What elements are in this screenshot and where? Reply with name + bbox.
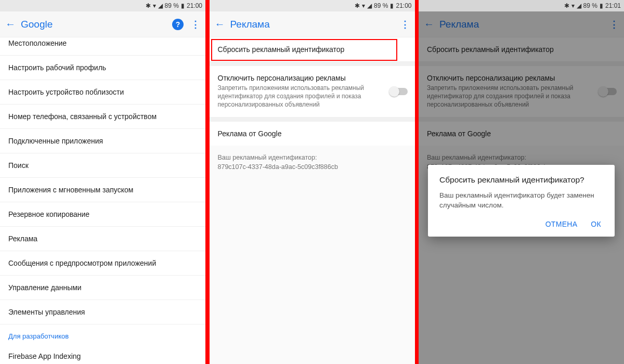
wifi-icon: ▾: [362, 2, 365, 9]
opt-out-item[interactable]: Отключить персонализацию рекламы Запрети…: [210, 66, 415, 118]
cancel-button[interactable]: ОТМЕНА: [545, 220, 578, 228]
wifi-icon: ▾: [571, 2, 575, 9]
ok-button[interactable]: ОК: [591, 220, 601, 228]
ads-settings-list: Сбросить рекламный идентификатор Отключи…: [210, 37, 415, 364]
battery-icon: ▮: [600, 2, 603, 9]
signal-icon: ◢: [367, 2, 372, 9]
ads-by-google-item[interactable]: Реклама от Google: [210, 122, 415, 146]
pane-ads-dialog: ✱ ▾ ◢ 89 % ▮ 21:01 ← Реклама ⋮ Сбросить …: [419, 0, 624, 364]
bluetooth-icon: ✱: [564, 2, 569, 9]
reset-ad-id-dialog: Сбросить рекламный идентификатор? Ваш ре…: [428, 165, 615, 237]
separator: [205, 0, 210, 364]
section-header-developers: Для разработчиков: [0, 324, 205, 344]
list-item[interactable]: Firebase App Indexing: [0, 344, 205, 364]
signal-icon: ◢: [577, 2, 581, 9]
list-item-ads[interactable]: Реклама: [0, 227, 205, 251]
clock: 21:01: [605, 2, 621, 9]
signal-icon: ◢: [158, 2, 163, 9]
back-button[interactable]: ←: [215, 18, 230, 30]
battery-icon: ▮: [390, 2, 394, 9]
app-bar: ← Google ? ⋮: [0, 11, 205, 37]
list-item[interactable]: Элементы управления: [0, 300, 205, 324]
list-item[interactable]: Управление данными: [0, 276, 205, 300]
ad-id-footer: Ваш рекламный идентификатор: 879c107c-43…: [210, 146, 415, 179]
help-icon[interactable]: ?: [172, 19, 184, 30]
list-item[interactable]: Местоположение: [0, 37, 205, 56]
overflow-menu-icon[interactable]: ⋮: [191, 19, 200, 30]
dialog-message: Ваш рекламный идентификатор будет замене…: [439, 191, 603, 211]
dialog-actions: ОТМЕНА ОК: [439, 220, 603, 231]
settings-list[interactable]: Местоположение Настроить рабочий профиль…: [0, 37, 205, 364]
list-item[interactable]: Подключенные приложения: [0, 129, 205, 153]
pane-ads-settings: ✱ ▾ ◢ 89 % ▮ 21:00 ← Реклама ⋮ Сбросить …: [210, 0, 415, 364]
bluetooth-icon: ✱: [355, 2, 360, 9]
back-button[interactable]: ←: [5, 18, 21, 30]
list-item[interactable]: Резервное копирование: [0, 202, 205, 227]
status-bar: ✱ ▾ ◢ 89 % ▮ 21:00: [0, 0, 205, 11]
clock: 21:00: [396, 2, 411, 9]
separator: [415, 0, 419, 364]
page-title: Google: [21, 19, 172, 30]
list-item[interactable]: Настроить устройство поблизости: [0, 80, 205, 105]
list-item[interactable]: Приложения с мгновенным запуском: [0, 178, 205, 202]
status-bar: ✱ ▾ ◢ 89 % ▮ 21:00: [210, 0, 415, 11]
battery-icon: ▮: [181, 2, 185, 9]
app-bar: ← Реклама ⋮: [210, 11, 415, 37]
bluetooth-icon: ✱: [146, 2, 151, 9]
list-item[interactable]: Поиск: [0, 153, 205, 178]
status-bar: ✱ ▾ ◢ 89 % ▮ 21:01: [419, 0, 624, 11]
ad-id-value: 879c107c-4337-48da-a9ac-5c09c3f886cb: [218, 162, 407, 172]
overflow-menu-icon[interactable]: ⋮: [400, 19, 410, 30]
dialog-title: Сбросить рекламный идентификатор?: [439, 175, 603, 185]
page-title: Реклама: [230, 19, 400, 30]
wifi-icon: ▾: [153, 2, 156, 9]
battery-percent: 89 %: [374, 2, 388, 9]
opt-out-toggle[interactable]: [390, 88, 408, 95]
opt-out-title: Отключить персонализацию рекламы: [218, 74, 384, 82]
opt-out-subtitle: Запретить приложениям использовать рекла…: [218, 84, 384, 109]
clock: 21:00: [187, 2, 202, 9]
ad-id-label: Ваш рекламный идентификатор:: [218, 153, 407, 162]
list-item[interactable]: Номер телефона, связанный с устройством: [0, 105, 205, 129]
battery-percent: 89 %: [165, 2, 179, 9]
pane-google-settings: ✱ ▾ ◢ 89 % ▮ 21:00 ← Google ? ⋮ Местопол…: [0, 0, 205, 364]
list-item[interactable]: Сообщения с предпросмотром приложений: [0, 251, 205, 276]
battery-percent: 89 %: [583, 2, 597, 9]
reset-ad-id-item[interactable]: Сбросить рекламный идентификатор: [210, 37, 415, 62]
list-item[interactable]: Настроить рабочий профиль: [0, 56, 205, 80]
